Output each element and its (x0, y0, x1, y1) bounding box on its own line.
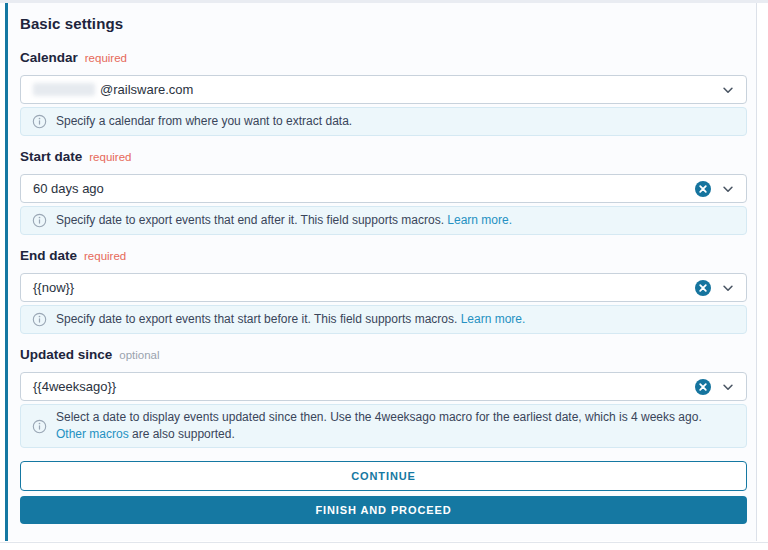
calendar-select-value: @railsware.com (100, 82, 193, 97)
chevron-down-icon[interactable] (721, 83, 735, 97)
chevron-down-icon[interactable] (721, 380, 735, 394)
calendar-select[interactable]: @railsware.com (20, 75, 747, 104)
clear-icon[interactable] (694, 378, 712, 396)
info-icon (32, 213, 47, 228)
end-date-hint: Specify date to export events that start… (20, 305, 747, 334)
calendar-label: Calendar (20, 50, 78, 65)
start-date-combobox[interactable]: 60 days ago (20, 174, 747, 203)
updated-since-combobox[interactable]: {{4weeksago}} (20, 372, 747, 401)
field-end-date: End date required {{now}} Specify date t… (20, 248, 747, 334)
clear-icon[interactable] (694, 279, 712, 297)
bottom-divider (0, 542, 768, 543)
updated-since-label: Updated since (20, 347, 112, 362)
continue-button[interactable]: CONTINUE (20, 461, 747, 491)
start-date-label: Start date (20, 149, 82, 164)
required-badge: required (89, 151, 131, 163)
chevron-down-icon[interactable] (721, 281, 735, 295)
form-actions: CONTINUE FINISH AND PROCEED (20, 461, 747, 524)
info-icon (32, 419, 47, 434)
updated-since-hint: Select a date to display events updated … (20, 404, 747, 448)
calendar-hint: Specify a calendar from where you want t… (20, 107, 747, 136)
start-date-value: 60 days ago (33, 181, 104, 196)
end-date-label: End date (20, 248, 77, 263)
chevron-down-icon[interactable] (721, 182, 735, 196)
learn-more-link[interactable]: Learn more. (447, 213, 512, 227)
updated-since-value: {{4weeksago}} (33, 379, 116, 394)
basic-settings-panel: Basic settings Calendar required @railsw… (5, 3, 757, 541)
required-badge: required (84, 250, 126, 262)
clear-icon[interactable] (694, 180, 712, 198)
field-calendar: Calendar required @railsware.com Specify… (20, 50, 747, 136)
learn-more-link[interactable]: Learn more. (461, 312, 526, 326)
field-updated-since: Updated since optional {{4weeksago}} Sel… (20, 347, 747, 448)
info-icon (32, 114, 47, 129)
section-title: Basic settings (20, 15, 747, 32)
redacted-email-prefix (33, 83, 95, 96)
optional-badge: optional (119, 349, 159, 361)
start-date-hint: Specify date to export events that end a… (20, 206, 747, 235)
finish-and-proceed-button[interactable]: FINISH AND PROCEED (20, 496, 747, 524)
end-date-combobox[interactable]: {{now}} (20, 273, 747, 302)
required-badge: required (85, 52, 127, 64)
end-date-value: {{now}} (33, 280, 74, 295)
info-icon (32, 312, 47, 327)
other-macros-link[interactable]: Other macros (56, 427, 129, 441)
field-start-date: Start date required 60 days ago Specify … (20, 149, 747, 235)
